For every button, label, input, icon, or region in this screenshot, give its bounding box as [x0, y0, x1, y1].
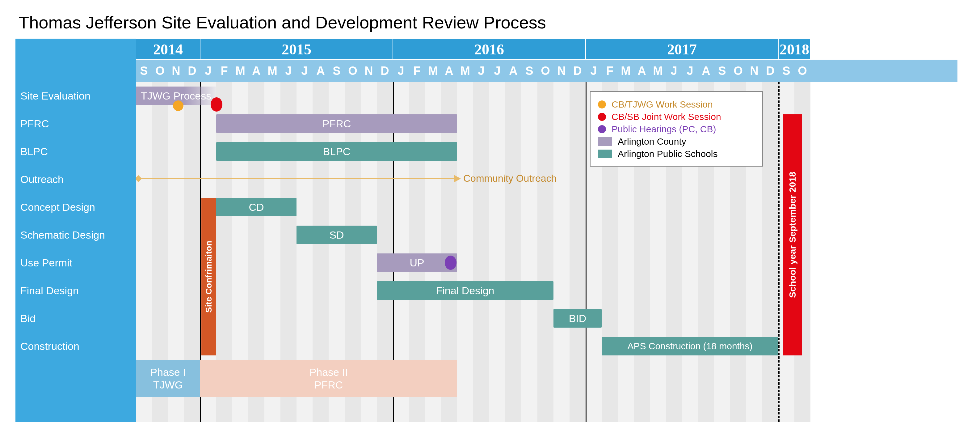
- bar-cd: CD: [216, 198, 296, 216]
- gantt-panel: Site Evaluation PFRC BLPC Outreach Conce…: [16, 38, 958, 422]
- legend-item: Arlington County: [598, 136, 755, 147]
- month-header-cell: M: [457, 60, 473, 82]
- legend-text: CB/TJWG Work Session: [611, 99, 713, 110]
- legend-text: CB/SB Joint Work Session: [611, 112, 721, 122]
- month-header-cell: O: [794, 60, 810, 82]
- row-label: Outreach: [16, 165, 136, 193]
- row-label: BLPC: [16, 137, 136, 165]
- month-header-cell: O: [345, 60, 361, 82]
- phase-sublabel: PFRC: [314, 379, 343, 391]
- bar-pfrc: PFRC: [216, 114, 457, 133]
- phase-label: Phase II: [309, 366, 348, 379]
- month-header-cell: F: [409, 60, 425, 82]
- month-header-cell: J: [666, 60, 682, 82]
- year-cell: 2014: [136, 38, 200, 60]
- row-label: Concept Design: [16, 193, 136, 221]
- month-header: SONDJFMAMJJASONDJFMAMJJASONDJFMAMJJASOND…: [136, 60, 958, 82]
- month-header-cell: J: [585, 60, 601, 82]
- legend-item: CB/SB Joint Work Session: [598, 112, 755, 122]
- bar-final-design: Final Design: [377, 281, 554, 300]
- phase-2-block: Phase II PFRC: [200, 360, 457, 397]
- year-cell: 2018: [778, 38, 810, 60]
- month-header-cell: M: [425, 60, 441, 82]
- phase-sublabel: TJWG: [153, 379, 183, 391]
- legend-swatch-dot: [598, 125, 606, 133]
- page-title: Thomas Jefferson Site Evaluation and Dev…: [19, 12, 964, 32]
- outreach-arrow-line: [139, 178, 454, 179]
- year-cell: 2017: [585, 38, 778, 60]
- legend-swatch-box: [598, 150, 612, 158]
- bar-bid: BID: [554, 309, 601, 328]
- month-header-cell: O: [538, 60, 554, 82]
- month-header-cell: O: [730, 60, 746, 82]
- month-header-cell: F: [216, 60, 232, 82]
- row-label: PFRC: [16, 110, 136, 137]
- month-header-cell: M: [650, 60, 666, 82]
- row-label: Use Permit: [16, 249, 136, 276]
- month-header-cell: J: [393, 60, 409, 82]
- gantt-lanes: TJWG Process PFRC BLPC Community Outreac…: [136, 82, 958, 422]
- outreach-label: Community Outreach: [463, 173, 557, 184]
- month-header-cell: S: [778, 60, 794, 82]
- month-header-cell: S: [136, 60, 152, 82]
- legend-text: Arlington Public Schools: [618, 149, 718, 159]
- gantt-chart-page: Thomas Jefferson Site Evaluation and Dev…: [0, 0, 980, 433]
- dashed-target-line: [778, 82, 780, 422]
- month-header-cell: D: [184, 60, 200, 82]
- month-header-cell: N: [746, 60, 762, 82]
- month-header-cell: A: [441, 60, 457, 82]
- month-header-cell: A: [698, 60, 714, 82]
- month-header-cell: A: [505, 60, 521, 82]
- year-header: 2014 2015 2016 2017 2018: [136, 38, 958, 60]
- month-header-cell: J: [682, 60, 698, 82]
- row-label: Final Design: [16, 276, 136, 304]
- month-header-cell: N: [361, 60, 377, 82]
- phase-1-block: Phase I TJWG: [136, 360, 200, 397]
- month-header-cell: J: [489, 60, 505, 82]
- month-header-cell: J: [200, 60, 216, 82]
- legend-swatch-dot: [598, 113, 606, 121]
- row-label: Bid: [16, 304, 136, 332]
- month-header-cell: J: [473, 60, 489, 82]
- year-divider: [585, 82, 587, 422]
- month-header-cell: S: [521, 60, 538, 82]
- month-header-cell: S: [329, 60, 345, 82]
- milestone-dot-red: [211, 97, 223, 112]
- row-labels-pad: [16, 360, 136, 422]
- month-header-cell: O: [152, 60, 168, 82]
- site-confirmation-block: Site Confrimaiton: [201, 198, 216, 355]
- legend-swatch-dot: [598, 101, 606, 109]
- year-cell: 2016: [393, 38, 585, 60]
- legend-item: Public Hearings (PC, CB): [598, 124, 755, 134]
- bar-blpc: BLPC: [216, 142, 457, 161]
- month-header-cell: D: [377, 60, 393, 82]
- header-spacer: [16, 38, 136, 82]
- month-header-cell: J: [280, 60, 296, 82]
- school-year-block: School year September 2018: [783, 114, 802, 355]
- month-header-cell: J: [296, 60, 313, 82]
- legend-text: Public Hearings (PC, CB): [611, 124, 716, 134]
- month-header-cell: D: [570, 60, 585, 82]
- legend-item: Arlington Public Schools: [598, 149, 755, 159]
- year-cell: 2015: [200, 38, 393, 60]
- month-header-cell: N: [554, 60, 570, 82]
- legend-box: CB/TJWG Work Session CB/SB Joint Work Se…: [590, 91, 763, 166]
- row-label: Construction: [16, 332, 136, 360]
- row-label: Schematic Design: [16, 221, 136, 249]
- month-header-cell: S: [714, 60, 730, 82]
- bar-sd: SD: [296, 225, 377, 244]
- row-labels-column: Site Evaluation PFRC BLPC Outreach Conce…: [16, 38, 136, 422]
- bar-construction: APS Construction (18 months): [601, 337, 778, 355]
- month-header-cell: A: [313, 60, 329, 82]
- month-header-cell: M: [618, 60, 634, 82]
- month-header-cell: M: [232, 60, 248, 82]
- legend-text: Arlington County: [618, 136, 686, 147]
- legend-swatch-box: [598, 137, 612, 146]
- outreach-arrowhead-icon: [454, 175, 461, 182]
- phase-label: Phase I: [150, 366, 186, 379]
- milestone-dot-purple: [445, 256, 457, 270]
- month-header-cell: F: [601, 60, 618, 82]
- month-header-cell: A: [248, 60, 264, 82]
- legend-item: CB/TJWG Work Session: [598, 99, 755, 110]
- timeline-grid: 2014 2015 2016 2017 2018 SONDJFMAMJJASON…: [136, 38, 958, 422]
